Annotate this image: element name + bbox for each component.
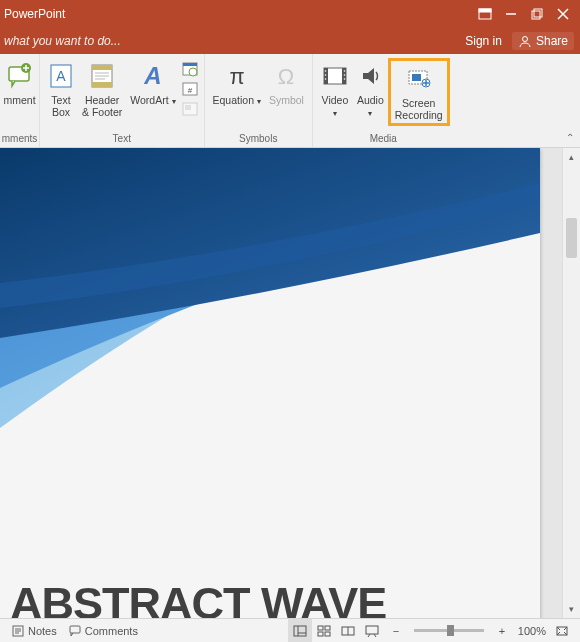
svg-rect-1 bbox=[479, 9, 491, 12]
svg-text:A: A bbox=[143, 62, 161, 89]
symbol-label: Symbol bbox=[269, 94, 304, 106]
equation-label: Equation ▾ bbox=[213, 94, 261, 106]
share-label: Share bbox=[536, 34, 568, 48]
video-button[interactable]: Video▾ bbox=[317, 58, 353, 120]
svg-rect-48 bbox=[70, 626, 80, 633]
share-icon bbox=[518, 34, 532, 48]
text-box-label: Text Box bbox=[51, 94, 70, 118]
scroll-thumb[interactable] bbox=[566, 218, 577, 258]
svg-rect-55 bbox=[325, 632, 330, 636]
fit-to-window-button[interactable] bbox=[550, 619, 574, 642]
audio-icon bbox=[357, 60, 383, 92]
object-icon bbox=[182, 101, 198, 117]
svg-rect-52 bbox=[318, 626, 323, 630]
comments-group-label: mments bbox=[0, 131, 39, 147]
ribbon-display-options-button[interactable] bbox=[472, 0, 498, 28]
reading-view-button[interactable] bbox=[336, 619, 360, 642]
zoom-slider[interactable] bbox=[414, 629, 484, 632]
svg-point-33 bbox=[325, 70, 327, 72]
header-footer-button[interactable]: Header & Footer bbox=[78, 58, 126, 120]
audio-button[interactable]: Audio▾ bbox=[353, 58, 388, 120]
title-bar: PowerPoint bbox=[0, 0, 580, 28]
header-footer-label: Header & Footer bbox=[82, 94, 122, 118]
new-comment-button[interactable]: mment bbox=[0, 58, 40, 108]
svg-rect-27 bbox=[185, 105, 191, 110]
slide-number-button[interactable]: # bbox=[180, 80, 200, 98]
normal-view-button[interactable] bbox=[288, 619, 312, 642]
svg-text:#: # bbox=[187, 86, 192, 95]
window-buttons bbox=[472, 0, 576, 28]
notes-label: Notes bbox=[28, 625, 57, 637]
svg-point-37 bbox=[344, 74, 346, 76]
scroll-up-button[interactable]: ▴ bbox=[563, 148, 580, 166]
comments-group: mment mments bbox=[0, 54, 40, 147]
vertical-scrollbar[interactable]: ▴ ▾ bbox=[562, 148, 580, 618]
audio-label: Audio▾ bbox=[357, 94, 384, 118]
slide-sorter-view-button[interactable] bbox=[312, 619, 336, 642]
tell-me-input[interactable]: what you want to do... bbox=[0, 34, 121, 48]
svg-point-36 bbox=[344, 70, 346, 72]
slide[interactable]: ABSTRACT WAVE Click to add subtitle bbox=[0, 148, 540, 618]
symbol-button[interactable]: Ω Symbol bbox=[265, 58, 308, 108]
workspace: ABSTRACT WAVE Click to add subtitle ▴ ▾ bbox=[0, 148, 580, 618]
video-label: Video▾ bbox=[322, 94, 349, 118]
wordart-button[interactable]: A WordArt ▾ bbox=[126, 58, 179, 108]
scroll-down-button[interactable]: ▾ bbox=[563, 600, 580, 618]
text-group: A Text Box Header & Footer A WordArt ▾ bbox=[40, 54, 205, 147]
comment-icon bbox=[7, 60, 33, 92]
restore-button[interactable] bbox=[524, 0, 550, 28]
app-name: PowerPoint bbox=[0, 7, 65, 21]
video-icon bbox=[321, 60, 349, 92]
symbol-icon: Ω bbox=[272, 60, 300, 92]
screen-recording-button[interactable]: Screen Recording bbox=[388, 58, 450, 126]
text-small-buttons: # bbox=[180, 58, 200, 118]
sign-in-link[interactable]: Sign in bbox=[465, 34, 502, 48]
zoom-level[interactable]: 100% bbox=[514, 625, 550, 637]
svg-text:A: A bbox=[56, 68, 66, 84]
slide-title[interactable]: ABSTRACT WAVE bbox=[10, 578, 386, 618]
comments-button[interactable]: Comments bbox=[63, 619, 144, 642]
svg-point-38 bbox=[344, 78, 346, 80]
svg-rect-40 bbox=[412, 74, 421, 81]
svg-rect-58 bbox=[366, 626, 378, 634]
slideshow-view-button[interactable] bbox=[360, 619, 384, 642]
close-button[interactable] bbox=[550, 0, 576, 28]
wave-graphic bbox=[0, 148, 540, 458]
svg-point-34 bbox=[325, 74, 327, 76]
share-button[interactable]: Share bbox=[512, 32, 574, 50]
date-time-icon bbox=[182, 61, 198, 77]
minimize-button[interactable] bbox=[498, 0, 524, 28]
zoom-slider-handle[interactable] bbox=[447, 625, 454, 636]
svg-rect-53 bbox=[325, 626, 330, 630]
text-box-icon: A bbox=[48, 60, 74, 92]
svg-rect-49 bbox=[294, 626, 306, 636]
text-box-button[interactable]: A Text Box bbox=[44, 58, 78, 120]
svg-rect-15 bbox=[92, 65, 112, 70]
wordart-label: WordArt ▾ bbox=[130, 94, 175, 106]
svg-rect-3 bbox=[532, 11, 540, 19]
comments-icon bbox=[69, 625, 81, 637]
slide-number-icon: # bbox=[182, 81, 198, 97]
zoom-out-button[interactable]: − bbox=[384, 619, 408, 642]
zoom-in-button[interactable]: + bbox=[490, 619, 514, 642]
object-button[interactable] bbox=[180, 100, 200, 118]
media-group: Video▾ Audio▾ Screen Recording Media bbox=[313, 54, 454, 147]
notes-button[interactable]: Notes bbox=[6, 619, 63, 642]
svg-point-7 bbox=[522, 37, 527, 42]
svg-rect-4 bbox=[534, 9, 542, 17]
slide-area[interactable]: ABSTRACT WAVE Click to add subtitle bbox=[0, 148, 562, 618]
comments-label: Comments bbox=[85, 625, 138, 637]
comment-label: mment bbox=[3, 94, 35, 106]
equation-icon: π bbox=[222, 60, 252, 92]
collapse-ribbon-button[interactable]: ⌃ bbox=[566, 132, 574, 143]
symbols-group-label: Symbols bbox=[205, 131, 312, 147]
wordart-icon: A bbox=[140, 60, 166, 92]
svg-text:Ω: Ω bbox=[278, 64, 294, 89]
tellme-row: what you want to do... Sign in Share bbox=[0, 28, 580, 54]
symbols-group: π Equation ▾ Ω Symbol Symbols bbox=[205, 54, 313, 147]
media-group-label: Media bbox=[313, 131, 454, 147]
notes-icon bbox=[12, 625, 24, 637]
screen-recording-icon bbox=[405, 63, 433, 95]
date-time-button[interactable] bbox=[180, 60, 200, 78]
equation-button[interactable]: π Equation ▾ bbox=[209, 58, 265, 108]
